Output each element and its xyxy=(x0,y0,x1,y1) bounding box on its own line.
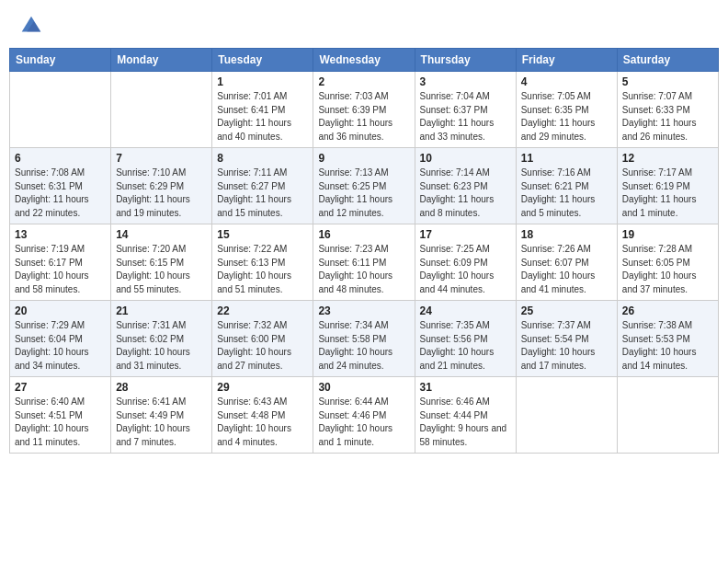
calendar-cell: 31Sunrise: 6:46 AM Sunset: 4:44 PM Dayli… xyxy=(415,377,516,454)
day-number: 4 xyxy=(521,75,612,88)
day-number: 13 xyxy=(15,228,106,241)
day-number: 10 xyxy=(420,152,511,165)
calendar-cell: 21Sunrise: 7:31 AM Sunset: 6:02 PM Dayli… xyxy=(111,301,212,377)
calendar-cell: 6Sunrise: 7:08 AM Sunset: 6:31 PM Daylig… xyxy=(10,148,111,224)
calendar-cell: 22Sunrise: 7:32 AM Sunset: 6:00 PM Dayli… xyxy=(212,301,313,377)
calendar-cell: 25Sunrise: 7:37 AM Sunset: 5:54 PM Dayli… xyxy=(516,301,617,377)
calendar-header-row: SundayMondayTuesdayWednesdayThursdayFrid… xyxy=(10,49,719,72)
calendar-cell: 4Sunrise: 7:05 AM Sunset: 6:35 PM Daylig… xyxy=(516,72,617,148)
day-number: 26 xyxy=(622,304,713,317)
day-detail: Sunrise: 7:26 AM Sunset: 6:07 PM Dayligh… xyxy=(521,243,612,296)
day-number: 14 xyxy=(116,228,207,241)
day-number: 9 xyxy=(318,152,409,165)
day-detail: Sunrise: 7:08 AM Sunset: 6:31 PM Dayligh… xyxy=(15,167,106,220)
calendar-cell: 10Sunrise: 7:14 AM Sunset: 6:23 PM Dayli… xyxy=(415,148,516,224)
calendar-cell: 13Sunrise: 7:19 AM Sunset: 6:17 PM Dayli… xyxy=(10,224,111,301)
day-of-week-header: Wednesday xyxy=(313,49,415,72)
day-number: 6 xyxy=(15,152,106,165)
day-number: 1 xyxy=(217,75,308,88)
day-number: 22 xyxy=(217,304,308,317)
day-detail: Sunrise: 6:46 AM Sunset: 4:44 PM Dayligh… xyxy=(420,396,511,449)
day-detail: Sunrise: 7:35 AM Sunset: 5:56 PM Dayligh… xyxy=(420,319,511,373)
logo xyxy=(18,13,48,39)
day-number: 31 xyxy=(420,381,511,394)
day-detail: Sunrise: 7:13 AM Sunset: 6:25 PM Dayligh… xyxy=(318,167,409,220)
calendar-cell: 5Sunrise: 7:07 AM Sunset: 6:33 PM Daylig… xyxy=(617,72,718,148)
day-detail: Sunrise: 7:29 AM Sunset: 6:04 PM Dayligh… xyxy=(15,319,106,373)
calendar-cell: 15Sunrise: 7:22 AM Sunset: 6:13 PM Dayli… xyxy=(212,224,313,301)
day-number: 18 xyxy=(521,228,612,241)
day-of-week-header: Friday xyxy=(516,49,617,72)
calendar-cell: 8Sunrise: 7:11 AM Sunset: 6:27 PM Daylig… xyxy=(212,148,313,224)
calendar-cell: 12Sunrise: 7:17 AM Sunset: 6:19 PM Dayli… xyxy=(617,148,718,224)
calendar-cell: 3Sunrise: 7:04 AM Sunset: 6:37 PM Daylig… xyxy=(415,72,516,148)
day-detail: Sunrise: 7:17 AM Sunset: 6:19 PM Dayligh… xyxy=(622,167,713,220)
calendar-cell: 2Sunrise: 7:03 AM Sunset: 6:39 PM Daylig… xyxy=(313,72,415,148)
day-detail: Sunrise: 7:20 AM Sunset: 6:15 PM Dayligh… xyxy=(116,243,207,296)
day-number: 25 xyxy=(521,304,612,317)
day-detail: Sunrise: 7:31 AM Sunset: 6:02 PM Dayligh… xyxy=(116,319,207,373)
day-detail: Sunrise: 7:01 AM Sunset: 6:41 PM Dayligh… xyxy=(217,90,308,144)
logo-icon xyxy=(18,13,44,39)
day-number: 28 xyxy=(116,381,207,394)
calendar-cell: 7Sunrise: 7:10 AM Sunset: 6:29 PM Daylig… xyxy=(111,148,212,224)
day-of-week-header: Monday xyxy=(111,49,212,72)
day-number: 24 xyxy=(420,304,511,317)
day-of-week-header: Sunday xyxy=(10,49,111,72)
calendar-week-row: 1Sunrise: 7:01 AM Sunset: 6:41 PM Daylig… xyxy=(10,72,719,148)
day-detail: Sunrise: 7:14 AM Sunset: 6:23 PM Dayligh… xyxy=(420,167,511,220)
day-number: 2 xyxy=(318,75,409,88)
day-detail: Sunrise: 7:04 AM Sunset: 6:37 PM Dayligh… xyxy=(420,90,511,144)
day-of-week-header: Saturday xyxy=(617,49,718,72)
day-number: 3 xyxy=(420,75,511,88)
day-detail: Sunrise: 7:22 AM Sunset: 6:13 PM Dayligh… xyxy=(217,243,308,296)
day-detail: Sunrise: 7:25 AM Sunset: 6:09 PM Dayligh… xyxy=(420,243,511,296)
day-number: 12 xyxy=(622,152,713,165)
day-number: 23 xyxy=(318,304,409,317)
day-detail: Sunrise: 7:11 AM Sunset: 6:27 PM Dayligh… xyxy=(217,167,308,220)
calendar-cell: 1Sunrise: 7:01 AM Sunset: 6:41 PM Daylig… xyxy=(212,72,313,148)
day-number: 8 xyxy=(217,152,308,165)
day-detail: Sunrise: 6:43 AM Sunset: 4:48 PM Dayligh… xyxy=(217,396,308,449)
day-detail: Sunrise: 7:16 AM Sunset: 6:21 PM Dayligh… xyxy=(521,167,612,220)
day-detail: Sunrise: 7:28 AM Sunset: 6:05 PM Dayligh… xyxy=(622,243,713,296)
day-detail: Sunrise: 6:40 AM Sunset: 4:51 PM Dayligh… xyxy=(15,396,106,449)
calendar-cell xyxy=(617,377,718,454)
day-detail: Sunrise: 7:05 AM Sunset: 6:35 PM Dayligh… xyxy=(521,90,612,144)
calendar-cell: 27Sunrise: 6:40 AM Sunset: 4:51 PM Dayli… xyxy=(10,377,111,454)
day-of-week-header: Tuesday xyxy=(212,49,313,72)
day-number: 5 xyxy=(622,75,713,88)
day-number: 7 xyxy=(116,152,207,165)
calendar-week-row: 20Sunrise: 7:29 AM Sunset: 6:04 PM Dayli… xyxy=(10,301,719,377)
calendar-cell: 9Sunrise: 7:13 AM Sunset: 6:25 PM Daylig… xyxy=(313,148,415,224)
day-detail: Sunrise: 6:41 AM Sunset: 4:49 PM Dayligh… xyxy=(116,396,207,449)
day-number: 29 xyxy=(217,381,308,394)
day-number: 11 xyxy=(521,152,612,165)
day-number: 27 xyxy=(15,381,106,394)
calendar-cell: 20Sunrise: 7:29 AM Sunset: 6:04 PM Dayli… xyxy=(10,301,111,377)
day-detail: Sunrise: 7:38 AM Sunset: 5:53 PM Dayligh… xyxy=(622,319,713,373)
calendar-table: SundayMondayTuesdayWednesdayThursdayFrid… xyxy=(9,48,719,454)
calendar-cell xyxy=(10,72,111,148)
calendar-cell: 23Sunrise: 7:34 AM Sunset: 5:58 PM Dayli… xyxy=(313,301,415,377)
day-number: 17 xyxy=(420,228,511,241)
calendar-cell: 16Sunrise: 7:23 AM Sunset: 6:11 PM Dayli… xyxy=(313,224,415,301)
day-number: 19 xyxy=(622,228,713,241)
day-detail: Sunrise: 7:10 AM Sunset: 6:29 PM Dayligh… xyxy=(116,167,207,220)
calendar-week-row: 13Sunrise: 7:19 AM Sunset: 6:17 PM Dayli… xyxy=(10,224,719,301)
day-number: 16 xyxy=(318,228,409,241)
calendar-cell: 24Sunrise: 7:35 AM Sunset: 5:56 PM Dayli… xyxy=(415,301,516,377)
day-detail: Sunrise: 7:03 AM Sunset: 6:39 PM Dayligh… xyxy=(318,90,409,144)
day-detail: Sunrise: 7:07 AM Sunset: 6:33 PM Dayligh… xyxy=(622,90,713,144)
calendar-cell: 29Sunrise: 6:43 AM Sunset: 4:48 PM Dayli… xyxy=(212,377,313,454)
day-detail: Sunrise: 7:34 AM Sunset: 5:58 PM Dayligh… xyxy=(318,319,409,373)
day-detail: Sunrise: 7:37 AM Sunset: 5:54 PM Dayligh… xyxy=(521,319,612,373)
calendar-cell: 19Sunrise: 7:28 AM Sunset: 6:05 PM Dayli… xyxy=(617,224,718,301)
day-number: 20 xyxy=(15,304,106,317)
day-detail: Sunrise: 7:23 AM Sunset: 6:11 PM Dayligh… xyxy=(318,243,409,296)
page-header xyxy=(0,0,728,42)
calendar-cell: 18Sunrise: 7:26 AM Sunset: 6:07 PM Dayli… xyxy=(516,224,617,301)
day-detail: Sunrise: 7:32 AM Sunset: 6:00 PM Dayligh… xyxy=(217,319,308,373)
day-number: 15 xyxy=(217,228,308,241)
calendar-cell xyxy=(516,377,617,454)
